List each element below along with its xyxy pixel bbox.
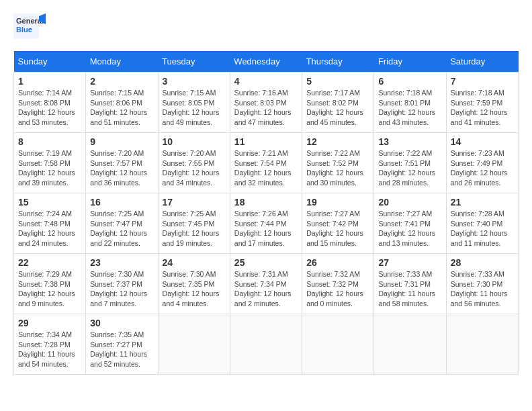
day-detail: Sunrise: 7:27 AM Sunset: 7:41 PM Dayligh…: [378, 209, 441, 248]
calendar-cell: 25Sunrise: 7:31 AM Sunset: 7:34 PM Dayli…: [230, 254, 302, 314]
day-detail: Sunrise: 7:15 AM Sunset: 8:06 PM Dayligh…: [90, 88, 153, 128]
day-number: 17: [163, 197, 226, 208]
day-detail: Sunrise: 7:22 AM Sunset: 7:52 PM Dayligh…: [306, 148, 369, 188]
day-detail: Sunrise: 7:24 AM Sunset: 7:48 PM Dayligh…: [18, 209, 81, 248]
day-number: 30: [90, 318, 153, 328]
calendar-cell: 9Sunrise: 7:20 AM Sunset: 7:57 PM Daylig…: [86, 133, 158, 193]
calendar-cell: 29Sunrise: 7:34 AM Sunset: 7:28 PM Dayli…: [14, 314, 86, 375]
day-detail: Sunrise: 7:29 AM Sunset: 7:38 PM Dayligh…: [18, 269, 81, 309]
day-detail: Sunrise: 7:20 AM Sunset: 7:55 PM Dayligh…: [163, 148, 226, 188]
calendar-cell: 27Sunrise: 7:33 AM Sunset: 7:31 PM Dayli…: [374, 254, 446, 314]
day-number: 21: [451, 197, 514, 208]
day-detail: Sunrise: 7:32 AM Sunset: 7:32 PM Dayligh…: [306, 269, 369, 309]
day-number: 29: [18, 318, 81, 328]
calendar-cell: 1Sunrise: 7:14 AM Sunset: 8:08 PM Daylig…: [14, 73, 86, 133]
calendar-cell: [374, 314, 446, 375]
calendar-cell: [446, 314, 518, 375]
calendar-cell: 15Sunrise: 7:24 AM Sunset: 7:48 PM Dayli…: [14, 193, 86, 254]
day-detail: Sunrise: 7:18 AM Sunset: 8:01 PM Dayligh…: [378, 88, 441, 128]
day-detail: Sunrise: 7:33 AM Sunset: 7:31 PM Dayligh…: [378, 269, 441, 309]
day-detail: Sunrise: 7:23 AM Sunset: 7:49 PM Dayligh…: [451, 148, 514, 188]
calendar-cell: [158, 314, 230, 375]
calendar-header-saturday: Saturday: [446, 51, 518, 73]
day-number: 19: [306, 197, 369, 208]
day-number: 23: [90, 257, 153, 268]
day-detail: Sunrise: 7:14 AM Sunset: 8:08 PM Dayligh…: [18, 88, 81, 128]
day-number: 4: [234, 76, 298, 87]
calendar-week-row: 1Sunrise: 7:14 AM Sunset: 8:08 PM Daylig…: [14, 73, 519, 133]
day-number: 14: [451, 136, 514, 147]
calendar-cell: 2Sunrise: 7:15 AM Sunset: 8:06 PM Daylig…: [86, 73, 158, 133]
calendar-header-wednesday: Wednesday: [230, 51, 302, 73]
day-number: 3: [163, 76, 226, 87]
calendar-cell: 23Sunrise: 7:30 AM Sunset: 7:37 PM Dayli…: [86, 254, 158, 314]
calendar-cell: 17Sunrise: 7:25 AM Sunset: 7:45 PM Dayli…: [158, 193, 230, 254]
logo: General Blue: [13, 13, 47, 40]
day-detail: Sunrise: 7:30 AM Sunset: 7:35 PM Dayligh…: [163, 269, 226, 309]
logo-svg: General Blue: [13, 13, 47, 40]
day-detail: Sunrise: 7:31 AM Sunset: 7:34 PM Dayligh…: [234, 269, 298, 309]
day-detail: Sunrise: 7:20 AM Sunset: 7:57 PM Dayligh…: [90, 148, 153, 188]
calendar-cell: 6Sunrise: 7:18 AM Sunset: 8:01 PM Daylig…: [374, 73, 446, 133]
calendar-cell: 3Sunrise: 7:15 AM Sunset: 8:05 PM Daylig…: [158, 73, 230, 133]
calendar-cell: 21Sunrise: 7:28 AM Sunset: 7:40 PM Dayli…: [446, 193, 518, 254]
day-number: 11: [234, 136, 298, 147]
day-number: 9: [90, 136, 153, 147]
day-number: 1: [18, 76, 81, 87]
calendar-cell: 20Sunrise: 7:27 AM Sunset: 7:41 PM Dayli…: [374, 193, 446, 254]
calendar-cell: 30Sunrise: 7:35 AM Sunset: 7:27 PM Dayli…: [86, 314, 158, 375]
day-number: 27: [378, 257, 441, 268]
day-detail: Sunrise: 7:33 AM Sunset: 7:30 PM Dayligh…: [451, 269, 514, 309]
calendar-cell: 10Sunrise: 7:20 AM Sunset: 7:55 PM Dayli…: [158, 133, 230, 193]
calendar: SundayMondayTuesdayWednesdayThursdayFrid…: [13, 51, 519, 375]
calendar-cell: 8Sunrise: 7:19 AM Sunset: 7:58 PM Daylig…: [14, 133, 86, 193]
day-detail: Sunrise: 7:26 AM Sunset: 7:44 PM Dayligh…: [234, 209, 298, 248]
day-number: 16: [90, 197, 153, 208]
calendar-cell: 14Sunrise: 7:23 AM Sunset: 7:49 PM Dayli…: [446, 133, 518, 193]
day-detail: Sunrise: 7:27 AM Sunset: 7:42 PM Dayligh…: [306, 209, 369, 248]
calendar-cell: 13Sunrise: 7:22 AM Sunset: 7:51 PM Dayli…: [374, 133, 446, 193]
calendar-cell: 16Sunrise: 7:25 AM Sunset: 7:47 PM Dayli…: [86, 193, 158, 254]
day-number: 18: [234, 197, 298, 208]
calendar-cell: 18Sunrise: 7:26 AM Sunset: 7:44 PM Dayli…: [230, 193, 302, 254]
day-number: 12: [306, 136, 369, 147]
day-detail: Sunrise: 7:22 AM Sunset: 7:51 PM Dayligh…: [378, 148, 441, 188]
day-number: 26: [306, 257, 369, 268]
svg-text:Blue: Blue: [16, 26, 32, 34]
calendar-cell: 24Sunrise: 7:30 AM Sunset: 7:35 PM Dayli…: [158, 254, 230, 314]
calendar-cell: 12Sunrise: 7:22 AM Sunset: 7:52 PM Dayli…: [302, 133, 374, 193]
calendar-header-sunday: Sunday: [14, 51, 86, 73]
day-number: 6: [378, 76, 441, 87]
calendar-cell: [230, 314, 302, 375]
calendar-cell: 5Sunrise: 7:17 AM Sunset: 8:02 PM Daylig…: [302, 73, 374, 133]
day-number: 22: [18, 257, 81, 268]
calendar-cell: 19Sunrise: 7:27 AM Sunset: 7:42 PM Dayli…: [302, 193, 374, 254]
calendar-week-row: 22Sunrise: 7:29 AM Sunset: 7:38 PM Dayli…: [14, 254, 519, 314]
day-detail: Sunrise: 7:30 AM Sunset: 7:37 PM Dayligh…: [90, 269, 153, 309]
day-number: 8: [18, 136, 81, 147]
day-number: 7: [451, 76, 514, 87]
calendar-week-row: 8Sunrise: 7:19 AM Sunset: 7:58 PM Daylig…: [14, 133, 519, 193]
calendar-cell: 26Sunrise: 7:32 AM Sunset: 7:32 PM Dayli…: [302, 254, 374, 314]
day-detail: Sunrise: 7:15 AM Sunset: 8:05 PM Dayligh…: [163, 88, 226, 128]
calendar-week-row: 29Sunrise: 7:34 AM Sunset: 7:28 PM Dayli…: [14, 314, 519, 375]
day-detail: Sunrise: 7:16 AM Sunset: 8:03 PM Dayligh…: [234, 88, 298, 128]
day-detail: Sunrise: 7:35 AM Sunset: 7:27 PM Dayligh…: [90, 330, 153, 369]
page-header: General Blue: [13, 13, 519, 40]
day-number: 25: [234, 257, 298, 268]
day-number: 5: [306, 76, 369, 87]
day-detail: Sunrise: 7:17 AM Sunset: 8:02 PM Dayligh…: [306, 88, 369, 128]
calendar-header-monday: Monday: [86, 51, 158, 73]
calendar-header-friday: Friday: [374, 51, 446, 73]
calendar-cell: 22Sunrise: 7:29 AM Sunset: 7:38 PM Dayli…: [14, 254, 86, 314]
calendar-header-tuesday: Tuesday: [158, 51, 230, 73]
day-number: 13: [378, 136, 441, 147]
day-detail: Sunrise: 7:19 AM Sunset: 7:58 PM Dayligh…: [18, 148, 81, 188]
calendar-header-row: SundayMondayTuesdayWednesdayThursdayFrid…: [14, 51, 519, 73]
calendar-cell: [302, 314, 374, 375]
calendar-week-row: 15Sunrise: 7:24 AM Sunset: 7:48 PM Dayli…: [14, 193, 519, 254]
day-number: 10: [163, 136, 226, 147]
day-detail: Sunrise: 7:21 AM Sunset: 7:54 PM Dayligh…: [234, 148, 298, 188]
day-detail: Sunrise: 7:18 AM Sunset: 7:59 PM Dayligh…: [451, 88, 514, 128]
calendar-cell: 4Sunrise: 7:16 AM Sunset: 8:03 PM Daylig…: [230, 73, 302, 133]
